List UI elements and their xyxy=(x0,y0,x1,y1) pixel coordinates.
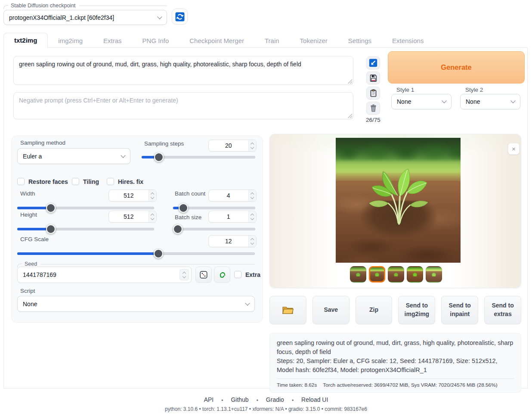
legend-line xyxy=(40,264,255,264)
vram-text: Torch active/reserved: 3699/4702 MiB, Sy… xyxy=(323,382,497,389)
batch-count-field xyxy=(208,189,257,202)
tab-png-info[interactable]: PNG Info xyxy=(132,34,179,48)
seed-stepper[interactable] xyxy=(179,269,189,280)
checkbox-box[interactable] xyxy=(107,178,114,185)
txt2img-panel: green sapling rowing out of ground, mud,… xyxy=(3,47,528,388)
refresh-icon xyxy=(175,12,185,22)
slider-knob[interactable] xyxy=(154,152,164,162)
generation-info-panel: green sapling rowing out of ground, mud,… xyxy=(269,333,521,393)
cfg-scale-slider[interactable] xyxy=(17,249,255,258)
slider-knob[interactable] xyxy=(179,203,188,213)
thumbnail-1-selected[interactable] xyxy=(369,266,385,283)
checkpoint-label: Stable Diffusion checkpoint xyxy=(11,3,76,9)
sampling-steps-stepper[interactable] xyxy=(248,140,256,151)
extra-seed-checkbox[interactable]: Extra xyxy=(234,271,260,278)
batch-size-input[interactable] xyxy=(209,211,248,222)
sampling-steps-slider[interactable] xyxy=(142,152,255,162)
seed-input[interactable] xyxy=(18,267,177,283)
tab-tokenizer[interactable]: Tokenizer xyxy=(290,34,338,48)
script-select[interactable]: None xyxy=(17,296,255,312)
send-to-inpaint-button[interactable]: Send to inpaint xyxy=(441,296,478,324)
checkpoint-legend: Stable Diffusion checkpoint xyxy=(3,2,167,9)
sampling-steps-field xyxy=(208,140,257,152)
slider-knob[interactable] xyxy=(46,224,56,234)
time-taken-text: Time taken: 8.62s xyxy=(277,382,317,389)
tab-train[interactable]: Train xyxy=(254,34,290,48)
footer-link-reload-ui[interactable]: Reload UI xyxy=(301,396,328,405)
checkbox-box[interactable] xyxy=(72,178,79,185)
width-stepper[interactable] xyxy=(148,190,156,201)
cfg-scale-field xyxy=(208,235,257,247)
tiling-checkbox[interactable]: Tiling xyxy=(72,178,99,185)
batch-size-stepper[interactable] xyxy=(248,211,256,222)
checkbox-box[interactable] xyxy=(17,178,25,185)
footer-version-info: python: 3.10.6 • torch: 1.13.1+cu117 • x… xyxy=(0,406,532,412)
slider-knob[interactable] xyxy=(154,249,163,258)
style1-select[interactable]: None xyxy=(391,94,452,109)
restore-faces-checkbox[interactable]: Restore faces xyxy=(17,178,68,185)
checkpoint-select[interactable]: protogenX34OfficialR_1.ckpt [60fe2f34] xyxy=(3,10,167,25)
thumbnail-4[interactable] xyxy=(426,266,442,283)
tab-settings[interactable]: Settings xyxy=(338,34,382,48)
thumbnail-3[interactable] xyxy=(407,266,423,283)
height-slider[interactable] xyxy=(17,224,154,234)
generation-settings-panel: Sampling method Euler a Sampling steps R… xyxy=(11,136,263,323)
send-to-img2img-button[interactable]: Send to img2img xyxy=(398,296,435,324)
style2-select[interactable]: None xyxy=(460,94,520,109)
tab-img2img[interactable]: img2img xyxy=(48,34,93,48)
tab-checkpoint-merger[interactable]: Checkpoint Merger xyxy=(179,34,254,48)
negative-prompt-input[interactable] xyxy=(13,92,353,119)
cfg-scale-input[interactable] xyxy=(209,236,248,247)
clear-prompt-button[interactable] xyxy=(366,102,380,115)
slider-knob[interactable] xyxy=(173,224,182,234)
generate-button[interactable]: Generate xyxy=(388,51,525,84)
save-button[interactable]: Save xyxy=(312,296,350,324)
tab-extensions[interactable]: Extensions xyxy=(382,34,434,48)
tab-txt2img[interactable]: txt2img xyxy=(3,33,48,48)
thumbnail-2[interactable] xyxy=(388,266,404,283)
token-counter: 26/75 xyxy=(362,117,384,123)
checkpoint-value: protogenX34OfficialR_1.ckpt [60fe2f34] xyxy=(9,14,158,21)
sampling-steps-input[interactable] xyxy=(209,140,248,151)
footer-link-gradio[interactable]: Gradio xyxy=(266,396,284,405)
cfg-scale-stepper[interactable] xyxy=(248,236,256,247)
prompt-input[interactable]: green sapling rowing out of ground, mud,… xyxy=(13,56,353,85)
sampling-steps-label: Sampling steps xyxy=(144,140,184,147)
tiling-label: Tiling xyxy=(83,178,99,185)
refresh-checkpoint-button[interactable] xyxy=(172,9,188,25)
legend-corner xyxy=(3,5,8,9)
send-to-extras-button[interactable]: Send to extras xyxy=(484,296,521,324)
dice-icon xyxy=(199,270,208,279)
performance-row: Time taken: 8.62s Torch active/reserved:… xyxy=(277,379,514,389)
apply-style-button[interactable] xyxy=(366,87,380,99)
batch-size-slider[interactable] xyxy=(173,224,255,234)
footer-separator: • xyxy=(221,396,223,405)
width-input[interactable] xyxy=(109,190,148,201)
open-folder-button[interactable] xyxy=(269,296,306,324)
height-input[interactable] xyxy=(109,211,148,222)
batch-count-input[interactable] xyxy=(209,190,248,201)
save-style-button[interactable] xyxy=(366,71,380,84)
negative-prompt-wrap xyxy=(13,92,353,119)
footer-link-github[interactable]: Github xyxy=(231,396,248,405)
slider-knob[interactable] xyxy=(46,203,56,213)
chevron-down-icon xyxy=(157,14,162,19)
zip-button[interactable]: Zip xyxy=(356,296,393,324)
reuse-seed-button[interactable] xyxy=(214,267,230,283)
height-label: Height xyxy=(20,211,37,218)
chevron-down-icon xyxy=(510,98,515,103)
batch-size-field xyxy=(208,211,257,223)
footer-link-api[interactable]: API xyxy=(204,396,214,405)
generated-image[interactable] xyxy=(336,138,461,263)
tab-extras[interactable]: Extras xyxy=(93,34,132,48)
sampling-method-value: Euler a xyxy=(23,153,121,160)
sampling-method-select[interactable]: Euler a xyxy=(17,148,130,164)
batch-count-stepper[interactable] xyxy=(248,190,256,201)
paste-params-button[interactable] xyxy=(366,56,380,69)
height-stepper[interactable] xyxy=(148,211,156,222)
random-seed-button[interactable] xyxy=(195,267,212,283)
hires-fix-checkbox[interactable]: Hires. fix xyxy=(107,178,143,185)
close-gallery-button[interactable]: × xyxy=(508,143,520,155)
checkbox-box[interactable] xyxy=(234,271,241,278)
thumbnail-grid[interactable] xyxy=(350,266,366,283)
